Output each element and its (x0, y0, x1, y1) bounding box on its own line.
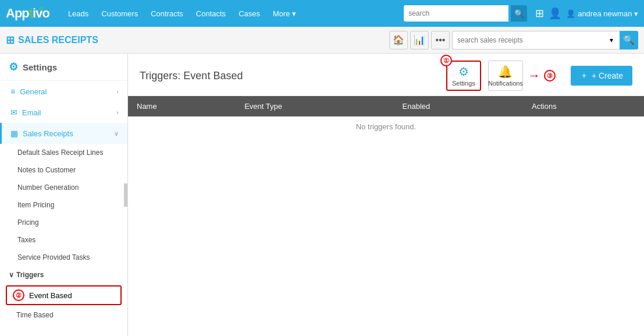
triggers-label: Triggers (16, 271, 44, 279)
annotation-3-arrow: → (528, 68, 540, 83)
email-chevron-icon: › (116, 109, 119, 116)
nav-leads[interactable]: Leads (63, 9, 93, 18)
nav-contacts[interactable]: Contacts (191, 9, 230, 18)
user-menu[interactable]: 👤 andrea newman ▾ (566, 9, 638, 18)
create-button[interactable]: ＋ + Create (571, 66, 632, 86)
nav-search-area: 🔍 (404, 5, 527, 22)
nav-more[interactable]: More ▾ (268, 9, 301, 18)
annotation-1-badge: ① (440, 55, 452, 66)
sidebar-collapse-btn[interactable]: ‹ (124, 183, 128, 207)
email-icon: ✉ (10, 108, 17, 117)
sidebar-trigger-event-based[interactable]: ② Event Based (6, 285, 122, 305)
nav-search-button[interactable]: 🔍 (511, 5, 527, 22)
table-header: Name Event Type Enabled Actions (128, 96, 644, 116)
content-area: Triggers: Event Based ① ⚙ Settings 🔔 Not… (128, 54, 644, 336)
general-chevron-icon: › (116, 88, 119, 95)
annotation-2-badge: ② (13, 289, 24, 301)
settings-label: Settings (23, 62, 57, 72)
grid-icon[interactable]: ⊞ (535, 7, 544, 20)
nav-contracts[interactable]: Contracts (146, 9, 188, 18)
triggers-header: ∨ Triggers (0, 266, 127, 284)
settings-gear-icon2: ⚙ (458, 65, 469, 79)
no-data-cell: No triggers found. (128, 116, 644, 137)
sidebar-email-label: Email (22, 108, 41, 117)
submenu-taxes[interactable]: Taxes (0, 231, 127, 249)
person-icon[interactable]: 👤 (549, 7, 561, 20)
chart-icon-btn[interactable]: 📊 (410, 31, 429, 49)
logo: Apptivo ✿ (6, 6, 54, 21)
settings-gear-icon: ⚙ (9, 61, 18, 73)
sidebar-item-general[interactable]: ≡ General › (0, 81, 127, 102)
submenu-service-tasks[interactable]: Service Provided Tasks (0, 249, 127, 266)
sub-nav: ⊞ SALES RECEIPTS 🏠 📊 ••• ▾ 🔍 (0, 27, 644, 54)
page-title: ⊞ SALES RECEIPTS (6, 34, 98, 47)
sub-nav-search-dropdown[interactable]: ▾ (603, 31, 620, 49)
no-data-row: No triggers found. (128, 116, 644, 137)
sales-receipts-chevron-icon: ∨ (114, 130, 119, 137)
event-based-label: Event Based (29, 291, 72, 300)
sidebar-item-sales-receipts[interactable]: ▦ Sales Receipts ∨ (0, 123, 127, 144)
col-actions: Actions (523, 96, 644, 116)
submenu-default-lines[interactable]: Default Sales Receipt Lines (0, 144, 127, 161)
sidebar-settings-header: ⚙ Settings (0, 54, 127, 81)
sidebar-trigger-time-based[interactable]: Time Based (0, 307, 127, 323)
submenu-number-gen[interactable]: Number Generation (0, 179, 127, 196)
nav-cases[interactable]: Cases (234, 9, 265, 18)
create-area: → ③ ＋ + Create (528, 66, 632, 86)
home-icon-btn[interactable]: 🏠 (389, 31, 408, 49)
sub-nav-search-area: ▾ 🔍 (452, 31, 638, 49)
annotation-3-badge: ③ (544, 70, 556, 82)
main-layout: ⚙ Settings ≡ General › ✉ Email › ▦ Sales… (0, 54, 644, 336)
nav-customers[interactable]: Customers (97, 9, 143, 18)
more-icon-btn[interactable]: ••• (431, 31, 450, 49)
col-enabled: Enabled (394, 96, 523, 116)
col-event-type: Event Type (236, 96, 393, 116)
triggers-collapse-icon: ∨ (9, 271, 14, 279)
triggers-title: Triggers: Event Based (140, 70, 442, 82)
sidebar-item-email[interactable]: ✉ Email › (0, 102, 127, 123)
nav-search-input[interactable] (404, 5, 508, 22)
logo-leaf-icon: ✿ (39, 6, 44, 12)
submenu-pricing[interactable]: Pricing (0, 214, 127, 231)
settings-button[interactable]: ⚙ Settings (446, 61, 481, 91)
triggers-table: Name Event Type Enabled Actions No trigg… (128, 96, 644, 137)
col-name: Name (128, 96, 236, 116)
table-body: No triggers found. (128, 116, 644, 137)
notifications-btn-label: Notifications (488, 80, 523, 87)
table-icon: ⊞ (6, 34, 15, 47)
create-btn-label: + Create (592, 71, 623, 80)
plus-icon: ＋ (580, 70, 588, 81)
sidebar-sales-receipts-label: Sales Receipts (23, 129, 73, 138)
settings-btn-label: Settings (452, 80, 475, 87)
general-icon: ≡ (10, 87, 15, 96)
sales-receipts-icon: ▦ (10, 129, 18, 138)
content-header: Triggers: Event Based ① ⚙ Settings 🔔 Not… (128, 54, 644, 96)
sub-nav-search-input[interactable] (452, 31, 603, 49)
top-nav: Apptivo ✿ Leads Customers Contracts Cont… (0, 0, 644, 27)
sidebar: ⚙ Settings ≡ General › ✉ Email › ▦ Sales… (0, 54, 128, 336)
submenu-notes[interactable]: Notes to Customer (0, 161, 127, 179)
sub-nav-actions: 🏠 📊 ••• ▾ 🔍 (389, 31, 638, 49)
sidebar-general-label: General (20, 87, 47, 96)
sub-nav-search-go-btn[interactable]: 🔍 (620, 31, 638, 49)
notifications-button[interactable]: 🔔 Notifications (488, 61, 523, 91)
settings-btn-wrapper: ① ⚙ Settings (446, 61, 481, 91)
bell-icon: 🔔 (498, 65, 513, 79)
nav-icon-area: ⊞ 👤 👤 andrea newman ▾ (535, 7, 638, 20)
submenu-item-pricing[interactable]: Item Pricing (0, 196, 127, 214)
